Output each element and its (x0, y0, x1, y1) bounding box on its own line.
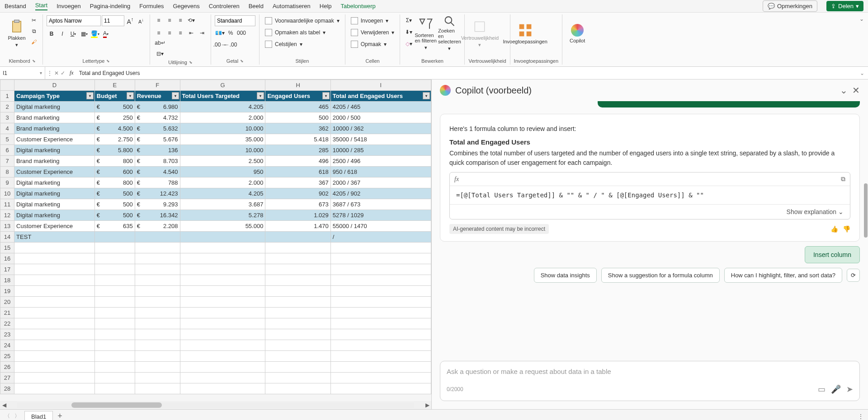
cell[interactable] (330, 264, 431, 275)
cell[interactable] (94, 362, 135, 373)
cell[interactable] (14, 286, 95, 297)
cell[interactable] (330, 253, 431, 264)
row-header[interactable]: 27 (0, 373, 14, 383)
row-header[interactable]: 24 (0, 340, 14, 351)
cell[interactable]: 2000 / 367 (330, 177, 431, 188)
col-header[interactable]: H (265, 80, 330, 91)
row-header[interactable]: 21 (0, 308, 14, 318)
sensitivity-button[interactable]: Vertrouwelijkheid▾ (468, 15, 491, 51)
cell[interactable] (94, 297, 135, 308)
cell[interactable] (14, 340, 95, 351)
decrease-indent-button[interactable]: ⇤ (186, 28, 196, 38)
col-header[interactable]: F (135, 80, 180, 91)
increase-font-button[interactable]: A↑ (125, 16, 135, 26)
row-header[interactable]: 22 (0, 318, 14, 329)
cell[interactable] (180, 286, 265, 297)
row-header[interactable]: 2 (0, 102, 14, 112)
cell[interactable]: 55000 / 1470 (330, 221, 431, 232)
cell[interactable] (180, 340, 265, 351)
cell[interactable] (135, 383, 180, 394)
copilot-input-box[interactable]: Ask a question or make a request about d… (440, 361, 860, 401)
cell[interactable] (180, 373, 265, 383)
cell[interactable]: 5.418 (265, 134, 330, 145)
font-color-button[interactable]: A▾ (101, 29, 111, 39)
row-header[interactable]: 17 (0, 264, 14, 275)
cell[interactable] (180, 351, 265, 362)
cell[interactable]: €4.500 (94, 123, 135, 134)
cell[interactable] (265, 383, 330, 394)
cell[interactable] (135, 286, 180, 297)
cell[interactable] (330, 308, 431, 318)
decrease-decimal-button[interactable]: ←.00 (226, 40, 236, 50)
thousands-button[interactable]: 000 (236, 28, 246, 38)
cell[interactable] (180, 232, 265, 243)
add-sheet-button[interactable]: + (57, 411, 62, 420)
collapse-ribbon-button[interactable]: ⌄ (857, 14, 866, 23)
chevron-down-icon[interactable]: ⌄ (840, 85, 848, 96)
cell[interactable]: Digital marketing (14, 102, 95, 112)
cell[interactable]: 4.205 (180, 102, 265, 112)
table-header-cell[interactable]: Total and Engaged Users▾ (330, 91, 431, 102)
currency-button[interactable]: 💶▾ (215, 28, 225, 38)
cell[interactable]: 35.000 (180, 134, 265, 145)
bold-button[interactable]: B (47, 29, 57, 39)
cell[interactable]: 4.205 (180, 188, 265, 199)
cell[interactable] (14, 373, 95, 383)
fx-dropdown-icon[interactable]: ⋮ (47, 70, 52, 76)
merge-button[interactable]: ⊟▾ (154, 49, 166, 59)
cancel-formula-icon[interactable]: ✕ (54, 70, 59, 76)
cell[interactable]: €500 (94, 210, 135, 221)
row-header[interactable]: 5 (0, 134, 14, 145)
cell[interactable]: 950 (180, 167, 265, 177)
cell[interactable]: €635 (94, 221, 135, 232)
cell[interactable] (265, 362, 330, 373)
row-header[interactable]: 3 (0, 112, 14, 123)
cell[interactable]: 1.470 (265, 221, 330, 232)
cell[interactable]: 4205 / 902 (330, 188, 431, 199)
dialog-launcher-icon[interactable]: ⬊ (106, 59, 110, 63)
cell[interactable] (94, 275, 135, 286)
sheet-tab[interactable]: Blad1 (24, 411, 53, 420)
row-header[interactable]: 19 (0, 286, 14, 297)
row-header[interactable]: 11 (0, 199, 14, 210)
cell[interactable]: 2.000 (180, 177, 265, 188)
cell[interactable]: 496 (265, 156, 330, 167)
autosum-button[interactable]: Σ▾ (404, 15, 414, 25)
cell[interactable]: 4205 / 465 (330, 102, 431, 112)
cell[interactable]: 285 (265, 145, 330, 156)
cell[interactable] (135, 329, 180, 340)
cell[interactable] (94, 318, 135, 329)
insert-column-button[interactable]: Insert column (805, 246, 860, 263)
cell[interactable] (180, 308, 265, 318)
filter-dropdown-icon[interactable]: ▾ (423, 92, 430, 99)
col-header[interactable]: G (180, 80, 265, 91)
cell[interactable]: Digital marketing (14, 210, 95, 221)
filter-dropdown-icon[interactable]: ▾ (86, 92, 94, 99)
cell[interactable] (330, 383, 431, 394)
expand-formula-icon[interactable]: ⌄ (856, 70, 868, 76)
cell[interactable]: €4.732 (135, 112, 180, 123)
cell[interactable] (265, 243, 330, 253)
accept-formula-icon[interactable]: ✓ (61, 70, 65, 76)
row-header[interactable]: 13 (0, 221, 14, 232)
font-name-select[interactable] (47, 15, 101, 26)
wrap-text-button[interactable]: ab↵ (154, 38, 166, 48)
cell[interactable]: 10000 / 285 (330, 145, 431, 156)
cell[interactable] (180, 318, 265, 329)
cell[interactable]: 10.000 (180, 123, 265, 134)
cell[interactable] (265, 329, 330, 340)
share-button[interactable]: ⇪ Delen ▾ (826, 1, 863, 11)
filter-dropdown-icon[interactable]: ▾ (257, 92, 264, 99)
cell[interactable]: €9.293 (135, 199, 180, 210)
italic-button[interactable]: I (57, 29, 67, 39)
cell[interactable] (94, 340, 135, 351)
cell[interactable] (14, 275, 95, 286)
cell[interactable]: €2.750 (94, 134, 135, 145)
sort-filter-button[interactable]: Sorteren en filteren▾ (415, 15, 437, 51)
cell[interactable] (94, 373, 135, 383)
cell[interactable] (135, 297, 180, 308)
cell[interactable] (14, 318, 95, 329)
cell[interactable] (135, 308, 180, 318)
cell[interactable] (330, 351, 431, 362)
cell[interactable]: Brand marketing (14, 112, 95, 123)
